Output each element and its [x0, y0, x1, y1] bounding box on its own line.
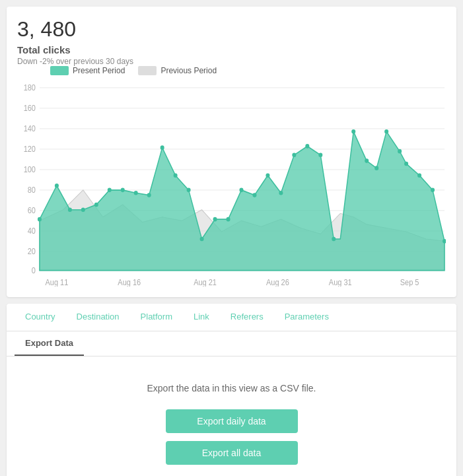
x-axis: Aug 11 Aug 16 Aug 21 Aug 26 Aug 31 Sep 5 — [46, 278, 419, 287]
export-daily-button[interactable]: Export daily data — [166, 409, 298, 433]
svg-point-39 — [292, 153, 296, 157]
chart-svg: 180 160 140 120 100 80 60 40 20 0 — [17, 82, 446, 287]
svg-point-41 — [318, 153, 322, 157]
chart-legend: Present Period Previous Period — [50, 66, 446, 75]
svg-point-38 — [279, 191, 283, 195]
svg-point-50 — [431, 188, 435, 193]
svg-text:180: 180 — [24, 84, 36, 92]
svg-point-46 — [384, 129, 388, 134]
svg-text:Aug 26: Aug 26 — [266, 278, 289, 287]
svg-text:Aug 21: Aug 21 — [194, 278, 217, 287]
svg-point-45 — [374, 166, 378, 170]
export-tab-button[interactable]: Export Data — [15, 331, 84, 356]
stats-subtitle: Down -2% over previous 30 days — [17, 57, 446, 66]
svg-text:20: 20 — [28, 248, 36, 256]
tabs-card: Country Destination Platform Link Refere… — [7, 304, 456, 476]
svg-text:80: 80 — [28, 186, 36, 195]
svg-text:40: 40 — [28, 227, 36, 236]
svg-point-47 — [398, 149, 402, 154]
tab-link[interactable]: Link — [183, 304, 220, 331]
tab-destination[interactable]: Destination — [66, 304, 130, 331]
stats-chart-card: 3, 480 Total clicks Down -2% over previo… — [7, 7, 456, 297]
export-description: Export the data in this view as a CSV fi… — [20, 383, 443, 393]
svg-point-34 — [227, 217, 231, 222]
legend-previous-box — [138, 66, 157, 75]
svg-point-42 — [332, 237, 336, 242]
svg-point-49 — [417, 173, 421, 178]
svg-text:100: 100 — [24, 166, 36, 174]
svg-point-32 — [200, 237, 204, 242]
svg-point-29 — [160, 145, 164, 150]
legend-previous: Previous Period — [138, 66, 217, 75]
svg-text:Aug 11: Aug 11 — [46, 278, 69, 287]
svg-point-33 — [213, 217, 217, 222]
present-area — [40, 131, 445, 270]
legend-previous-label: Previous Period — [160, 66, 217, 75]
y-axis: 180 160 140 120 100 80 60 40 20 0 — [24, 84, 36, 275]
stats-value: 3, 480 — [17, 17, 446, 42]
svg-point-28 — [147, 193, 151, 197]
svg-text:Sep 5: Sep 5 — [400, 278, 419, 287]
legend-present-box — [50, 66, 69, 75]
tabs-header: Country Destination Platform Link Refere… — [7, 304, 456, 331]
svg-point-24 — [94, 203, 98, 207]
tab-country[interactable]: Country — [15, 304, 66, 331]
stats-label: Total clicks — [17, 44, 446, 55]
svg-point-25 — [108, 188, 112, 193]
tab-referers[interactable]: Referers — [220, 304, 274, 331]
svg-point-35 — [239, 188, 243, 193]
tab-parameters[interactable]: Parameters — [274, 304, 339, 331]
svg-point-22 — [68, 207, 72, 212]
svg-point-27 — [134, 191, 138, 195]
svg-point-23 — [81, 207, 85, 212]
svg-text:0: 0 — [32, 267, 36, 275]
svg-text:160: 160 — [24, 104, 36, 113]
svg-point-30 — [174, 173, 178, 178]
svg-text:60: 60 — [28, 207, 36, 215]
export-content: Export the data in this view as a CSV fi… — [7, 357, 456, 476]
svg-point-40 — [305, 144, 309, 149]
svg-point-20 — [38, 217, 42, 222]
legend-present-label: Present Period — [73, 66, 125, 75]
svg-point-37 — [266, 173, 269, 178]
chart-container: 180 160 140 120 100 80 60 40 20 0 — [17, 82, 446, 287]
svg-point-48 — [404, 162, 408, 166]
svg-text:Aug 31: Aug 31 — [329, 278, 352, 287]
svg-text:120: 120 — [24, 145, 36, 154]
svg-point-26 — [121, 188, 125, 193]
legend-present: Present Period — [50, 66, 125, 75]
svg-point-44 — [365, 158, 369, 163]
export-tab-header: Export Data — [7, 331, 456, 357]
svg-point-36 — [252, 193, 256, 197]
export-all-button[interactable]: Export all data — [166, 441, 298, 465]
svg-text:140: 140 — [24, 125, 36, 133]
svg-point-31 — [187, 188, 191, 193]
svg-point-43 — [351, 129, 355, 134]
svg-text:Aug 16: Aug 16 — [118, 278, 141, 287]
svg-point-21 — [55, 184, 59, 188]
tab-platform[interactable]: Platform — [130, 304, 183, 331]
